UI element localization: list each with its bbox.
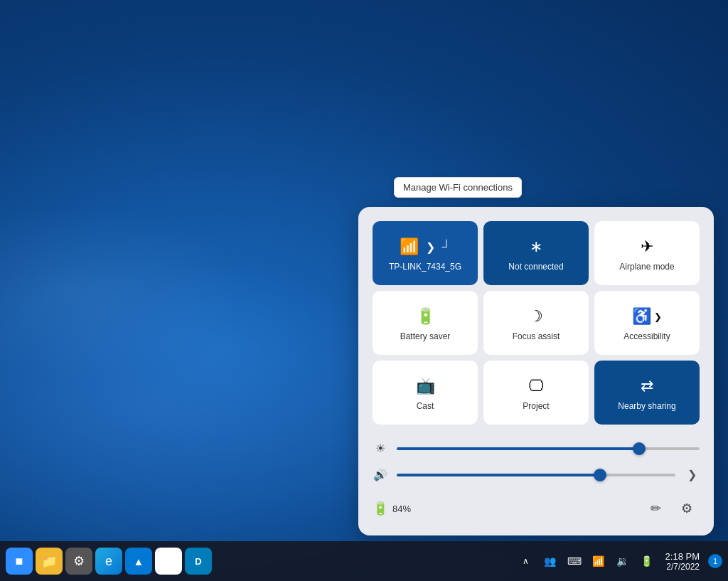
tile-focus-assist[interactable]: ☽ Focus assist [483,291,589,355]
tile-battery-saver[interactable]: 🔋 Battery saver [373,291,478,355]
project-tile-label: Project [523,401,549,411]
taskbar-icon-settings[interactable]: ⚙ [65,548,92,575]
tooltip-text: Manage Wi-Fi connections [403,182,513,193]
accessibility-icon-area: ♿ ❯ [632,307,662,326]
edge-icon: e [105,554,112,569]
tile-project[interactable]: 🖵 Project [483,361,589,425]
tray-icon-wifi[interactable]: 📶 [589,548,609,574]
settings-icon: ⚙ [681,501,692,516]
keyboard-icon: ⌨ [567,555,582,567]
edit-icon: ✏ [651,501,661,516]
dell-icon: D [195,556,201,567]
brightness-slider-row: ☀ [373,442,700,455]
volume-slider-container[interactable] [397,474,675,476]
notification-badge[interactable]: 1 [708,554,722,568]
volume-track [397,474,675,476]
tile-cast[interactable]: 📺 Cast [373,361,478,425]
focus-assist-icon: ☽ [529,307,543,326]
volume-fill [397,474,600,476]
taskbar-icon-file-explorer[interactable]: 📁 [36,548,63,575]
volume-slider-row: 🔊 ❯ [373,468,700,481]
tray-icon-meet-now[interactable]: 👥 [540,548,560,574]
focus-assist-tile-label: Focus assist [513,331,560,341]
volume-expand-icon[interactable]: ❯ [684,468,700,481]
nearby-sharing-icon: ⇄ [641,377,653,395]
battery-saver-icon: 🔋 [416,307,435,326]
panel-footer: 🔋 84% ✏ ⚙ [373,496,700,521]
taskbar-right: ∧ 👥 ⌨ 📶 🔉 🔋 2:18 PM 2/7/2022 [516,548,722,574]
desktop: Manage Wi-Fi connections 📶 ❯ ┘ TP-LINK_7… [0,0,728,581]
accessibility-chevron-icon: ❯ [654,311,662,322]
bluetooth-icon-area: ∗ [530,238,542,256]
wifi-icon[interactable]: 📶 [400,238,419,256]
tile-accessibility[interactable]: ♿ ❯ Accessibility [594,291,700,355]
wifi-tray-icon: 📶 [592,555,604,567]
wifi-tooltip: Manage Wi-Fi connections [394,177,522,198]
meet-now-icon: 👥 [544,555,556,567]
taskbar-icon-dell[interactable]: D [185,548,212,575]
accessibility-tile-label: Accessibility [623,331,670,341]
zoom-icon: ■ [16,554,23,569]
cast-icon: 📺 [416,377,435,395]
wifi-chevron-icon[interactable]: ❯ [423,239,438,255]
taskbar-left: ■ 📁 ⚙ e ▲ 🛍 D [6,548,212,575]
settings-app-icon: ⚙ [73,553,85,569]
taskbar-icon-edge[interactable]: e [95,548,122,575]
battery-icon: 🔋 [373,501,388,516]
accessibility-icon: ♿ [632,307,651,326]
battery-saver-tile-label: Battery saver [400,331,451,341]
volume-thumb[interactable] [594,469,606,481]
tile-bluetooth[interactable]: ∗ Not connected [483,221,589,285]
clock-area[interactable]: 2:18 PM 2/7/2022 [661,550,704,573]
tray-icon-keyboard[interactable]: ⌨ [564,548,584,574]
cast-icon-area: 📺 [416,377,435,395]
project-icon: 🖵 [528,377,544,395]
project-icon-area: 🖵 [528,377,544,395]
taskbar-icon-zoom[interactable]: ■ [6,548,33,575]
tray-chevron-up[interactable]: ∧ [516,548,536,574]
brightness-icon: ☀ [373,442,388,455]
brightness-thumb[interactable] [633,442,646,455]
airplane-icon-area: ✈ [641,238,653,256]
airplane-tile-label: Airplane mode [619,262,674,272]
taskbar-icon-azure[interactable]: ▲ [125,548,152,575]
footer-actions: ✏ ⚙ [643,496,700,521]
taskbar-icon-store[interactable]: 🛍 [155,548,182,575]
battery-saver-icon-area: 🔋 [416,307,435,326]
nearby-sharing-tile-label: Nearby sharing [618,401,675,411]
notification-count: 1 [713,557,717,565]
clock-date: 2/7/2022 [666,562,700,572]
wifi-split-area: 📶 ❯ ┘ [400,238,451,256]
file-explorer-icon: 📁 [41,553,57,569]
wifi-tile-label: TP-LINK_7434_5G [389,262,461,272]
battery-percent: 84% [392,503,411,514]
brightness-slider-container[interactable] [397,447,700,450]
cursor-indicator: ┘ [442,240,451,255]
battery-tray-icon: 🔋 [641,555,653,567]
tile-nearby-sharing[interactable]: ⇄ Nearby sharing [594,361,700,425]
focus-assist-icon-area: ☽ [529,307,543,326]
nearby-sharing-icon-area: ⇄ [641,377,653,395]
airplane-icon: ✈ [641,238,653,256]
clock-time: 2:18 PM [665,551,700,562]
settings-button[interactable]: ⚙ [674,496,700,521]
bluetooth-tile-label: Not connected [508,262,563,272]
volume-tray-icon: 🔉 [616,555,628,567]
tile-wifi[interactable]: 📶 ❯ ┘ TP-LINK_7434_5G [373,221,478,285]
edit-button[interactable]: ✏ [643,496,668,521]
azure-icon: ▲ [134,555,144,567]
chevron-up-icon: ∧ [523,556,529,566]
tray-icon-volume[interactable]: 🔉 [613,548,633,574]
quick-settings-panel: Manage Wi-Fi connections 📶 ❯ ┘ TP-LINK_7… [358,207,714,535]
volume-icon: 🔊 [373,468,388,481]
battery-info: 🔋 84% [373,501,411,516]
brightness-track [397,447,700,450]
sliders-section: ☀ 🔊 ❯ [373,442,700,481]
taskbar: ■ 📁 ⚙ e ▲ 🛍 D ∧ [0,541,728,581]
bluetooth-icon: ∗ [530,238,542,256]
tray-icon-battery[interactable]: 🔋 [637,548,657,574]
tiles-grid: 📶 ❯ ┘ TP-LINK_7434_5G ∗ Not connected ✈ [373,221,700,425]
tile-airplane[interactable]: ✈ Airplane mode [594,221,700,285]
store-icon: 🛍 [162,554,175,569]
brightness-fill [397,447,639,450]
